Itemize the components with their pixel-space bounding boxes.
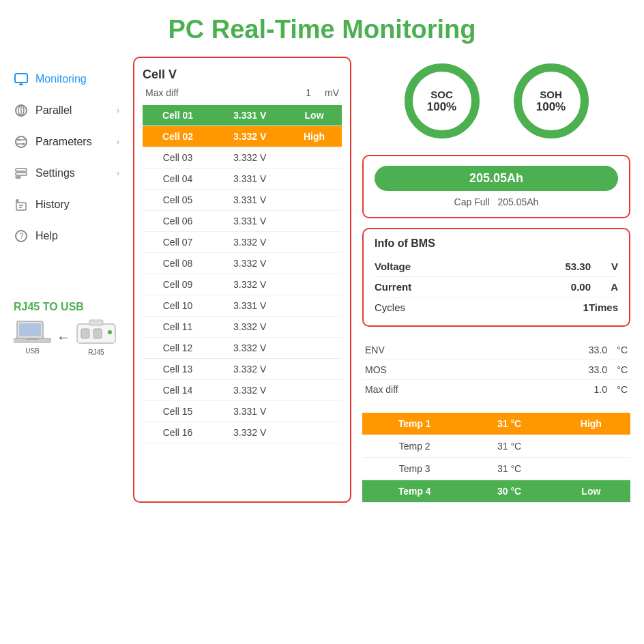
cell-voltage: 3.331 V [213,105,287,126]
sidebar-label-parameters: Parameters [35,136,92,148]
cell-name: Cell 01 [143,105,213,126]
svg-rect-24 [81,329,89,338]
main-content: Cell V Max diff 1 mV Cell 013.331 VLowCe… [126,57,637,510]
svg-rect-11 [16,169,27,171]
env-value: 33.0 [566,364,607,375]
sidebar-item-parallel[interactable]: Parallel › [7,95,126,126]
cell-name: Cell 15 [143,401,213,422]
sidebar-item-help[interactable]: ? Help [7,220,126,252]
svg-rect-13 [16,177,20,178]
cap-full-label: Cap Full [454,196,490,207]
temp-row: Temp 231 °C [362,435,630,458]
env-value: 33.0 [566,345,607,355]
cell-voltage: 3.332 V [213,274,287,295]
cell-name: Cell 05 [143,190,213,211]
rj45-label: RJ45 [88,349,104,356]
svg-point-6 [16,136,27,147]
soc-container: SOC 100% [405,63,480,138]
cell-row: Cell 013.331 VLow [143,105,342,126]
soh-container: SOH 100% [514,63,589,138]
temp-row: Temp 430 °CLow [362,480,630,503]
env-unit: °C [607,345,628,355]
svg-rect-27 [89,320,103,325]
svg-rect-25 [93,329,102,338]
cell-voltage: 3.332 V [213,126,287,147]
soh-ring: SOH 100% [514,63,589,138]
temp-name: Temp 1 [362,413,467,435]
temp-value: 31 °C [467,413,551,435]
cell-voltage: 3.332 V [213,380,287,401]
temp-row: Temp 131 °CHigh [362,413,630,435]
cell-row: Cell 043.331 V [143,169,342,190]
cell-name: Cell 07 [143,232,213,253]
env-row: ENV33.0°C [362,340,630,360]
arrow-left-icon: ← [57,330,70,345]
svg-point-9 [18,139,20,141]
env-section: ENV33.0°CMOS33.0°CMax diff1.0°C [362,336,630,403]
max-diff-label: Max diff [145,87,179,98]
cap-full: Cap Full 205.05Ah [375,196,618,207]
svg-rect-0 [15,74,27,83]
env-label: MOS [365,364,566,375]
temp-value: 30 °C [467,480,551,503]
temp-status: Low [552,480,630,503]
temp-table: Temp 131 °CHighTemp 231 °CTemp 331 °CTem… [362,413,630,503]
bms-row-unit: V [591,261,618,272]
cell-voltage: 3.332 V [213,253,287,274]
temp-status: High [552,413,630,435]
temp-value: 31 °C [467,458,551,480]
cell-voltage: 3.331 V [213,169,287,190]
sidebar-item-history[interactable]: History [7,189,126,220]
temp-name: Temp 4 [362,480,467,503]
bms-row: Current0.00A [375,277,618,297]
sidebar: Monitoring Parallel › [7,57,126,510]
bms-row-unit: Times [589,302,618,313]
cell-row: Cell 093.332 V [143,274,342,295]
svg-point-26 [108,330,112,334]
cell-row: Cell 063.331 V [143,211,342,232]
cell-voltage: 3.332 V [213,147,287,169]
env-label: Max diff [365,384,566,395]
soc-ring: SOC 100% [405,63,480,138]
cell-voltage: 3.332 V [213,359,287,380]
bms-row-value: 0.00 [550,281,591,293]
cell-row: Cell 103.331 V [143,295,342,317]
cell-name: Cell 10 [143,295,213,317]
bms-row: Cycles1Times [375,297,618,317]
cell-table: Cell 013.331 VLowCell 023.332 VHighCell … [143,105,342,443]
sidebar-item-monitoring[interactable]: Monitoring [7,63,126,95]
rj45-title: RJ45 TO USB [14,301,119,313]
sidebar-label-history: History [35,199,70,211]
bms-row-value: 53.30 [550,261,591,272]
cell-row: Cell 153.331 V [143,401,342,422]
bms-row-unit: A [591,281,618,293]
cell-row: Cell 033.332 V [143,147,342,169]
cell-status: High [287,126,342,147]
parallel-icon [14,103,29,118]
page-title: PC Real-Time Monitoring [0,0,644,57]
sidebar-label-parallel: Parallel [35,104,72,117]
cell-voltage: 3.331 V [213,211,287,232]
cell-row: Cell 123.332 V [143,338,342,359]
bms-row-label: Current [375,281,550,293]
parameters-icon [14,134,29,149]
cell-row: Cell 113.332 V [143,317,342,338]
cell-row: Cell 133.332 V [143,359,342,380]
cell-name: Cell 09 [143,274,213,295]
max-diff-unit: mV [325,87,339,98]
cell-voltage: 3.332 V [213,338,287,359]
cell-row: Cell 023.332 VHigh [143,126,342,147]
env-row: Max diff1.0°C [362,380,630,399]
env-label: ENV [365,345,566,355]
cell-row: Cell 083.332 V [143,253,342,274]
cell-voltage: 3.331 V [213,401,287,422]
svg-rect-12 [16,173,27,175]
bms-row-label: Voltage [375,261,550,272]
env-unit: °C [607,364,628,375]
temp-value: 31 °C [467,435,551,458]
sidebar-label-settings: Settings [35,167,75,179]
sidebar-item-parameters[interactable]: Parameters › [7,126,126,158]
svg-text:?: ? [19,231,24,241]
sidebar-item-settings[interactable]: Settings › [7,158,126,189]
cell-name: Cell 06 [143,211,213,232]
